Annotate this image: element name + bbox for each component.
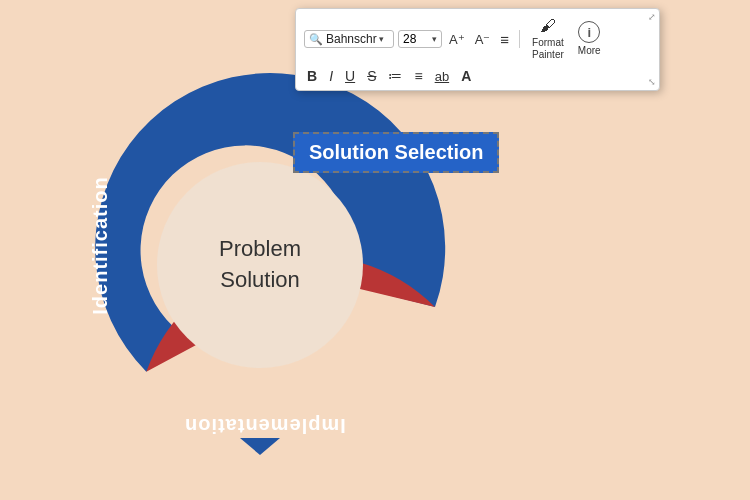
underline-button[interactable]: U (342, 68, 358, 84)
font-size-chevron: ▾ (432, 34, 437, 44)
format-painter-button[interactable]: 🖌 FormatPainter (527, 14, 569, 64)
numbered-list-button[interactable]: ≔ (385, 68, 405, 84)
solution-selection-box[interactable]: Solution Selection (293, 132, 499, 173)
bottom-arrow (240, 438, 280, 455)
font-size-selector[interactable]: 28 ▾ (398, 30, 442, 48)
font-dropdown-chevron: ▾ (379, 34, 384, 44)
format-painter-icon: 🖌 (540, 17, 556, 35)
italic-button[interactable]: I (326, 68, 336, 84)
font-size-value: 28 (403, 32, 416, 46)
format-painter-label: FormatPainter (532, 37, 564, 61)
font-name-display: Bahnschr (326, 32, 377, 46)
diagram-container: Problem Solution Identification Implemen… (50, 55, 470, 475)
more-button[interactable]: i More (573, 18, 606, 60)
text-align-button[interactable]: ≡ (497, 31, 512, 48)
formatting-toolbar: ⤢ 🔍 Bahnschr ▾ 28 ▾ A⁺ A⁻ ≡ 🖌 FormatPain… (295, 8, 660, 91)
donut-svg (50, 55, 470, 475)
font-color-button[interactable]: A (458, 68, 474, 84)
more-label: More (578, 45, 601, 57)
bullet-list-button[interactable]: ≡ (411, 68, 425, 84)
font-decrease-button[interactable]: A⁻ (472, 32, 494, 47)
more-icon: i (578, 21, 600, 43)
font-increase-button[interactable]: A⁺ (446, 32, 468, 47)
font-search[interactable]: 🔍 Bahnschr ▾ (304, 30, 394, 48)
bold-button[interactable]: B (304, 68, 320, 84)
inner-circle (157, 162, 363, 368)
toolbar-divider-1 (519, 30, 520, 48)
resize-corner-bottom[interactable]: ⤡ (648, 77, 656, 87)
solution-selection-text: Solution Selection (309, 141, 483, 163)
search-icon: 🔍 (309, 33, 323, 46)
resize-corner-top[interactable]: ⤢ (648, 12, 656, 22)
strikethrough-button[interactable]: S (364, 68, 379, 84)
text-style-button[interactable]: ab (432, 69, 452, 84)
